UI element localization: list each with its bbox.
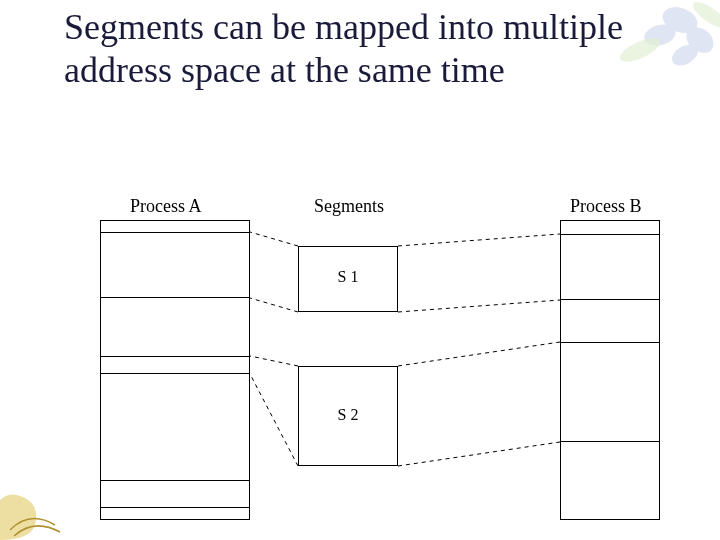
label-segments: Segments bbox=[314, 196, 384, 217]
process-b-region-s1 bbox=[560, 234, 660, 300]
svg-point-5 bbox=[690, 0, 720, 32]
svg-line-12 bbox=[398, 342, 560, 366]
process-a-gap1 bbox=[100, 356, 250, 374]
svg-point-3 bbox=[668, 40, 701, 70]
svg-line-9 bbox=[398, 300, 560, 312]
label-process-b: Process B bbox=[570, 196, 642, 217]
process-b-region-s2 bbox=[560, 342, 660, 442]
svg-point-1 bbox=[642, 21, 678, 49]
svg-line-8 bbox=[398, 234, 560, 246]
svg-point-0 bbox=[659, 3, 701, 38]
slide-title: Segments can be mapped into multiple add… bbox=[64, 6, 624, 92]
segment-s2-label: S 2 bbox=[298, 406, 398, 424]
segment-s1-label: S 1 bbox=[298, 268, 398, 286]
svg-line-6 bbox=[250, 232, 298, 246]
svg-line-13 bbox=[398, 442, 560, 466]
label-process-a: Process A bbox=[130, 196, 202, 217]
process-a-region-s2 bbox=[100, 480, 250, 508]
corner-decoration bbox=[0, 470, 100, 540]
svg-line-11 bbox=[250, 374, 298, 466]
svg-line-10 bbox=[250, 356, 298, 366]
svg-point-2 bbox=[681, 22, 718, 58]
process-a-region-s1 bbox=[100, 232, 250, 298]
svg-line-7 bbox=[250, 298, 298, 312]
